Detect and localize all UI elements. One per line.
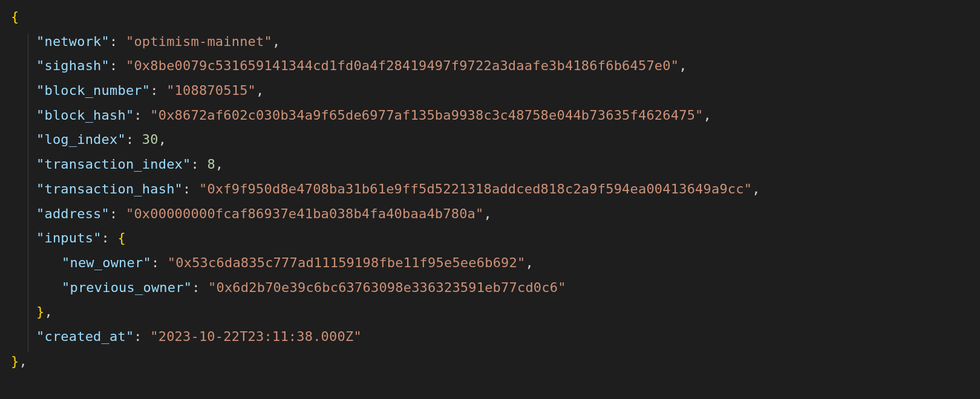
json-code-block: { "network": "optimism-mainnet", "sighas… (11, 5, 969, 374)
line-inputs-open: "inputs": { (11, 226, 969, 251)
key-block-hash: "block_hash" (36, 108, 134, 123)
val-log-index: 30 (142, 132, 158, 147)
val-sighash: "0x8be0079c531659141344cd1fd0a4f28419497… (126, 58, 679, 73)
indent-guide (28, 34, 28, 352)
line-open-brace: { (11, 5, 969, 30)
line-previous-owner: "previous_owner": "0x6d2b70e39c6bc637630… (11, 276, 969, 300)
open-brace: { (11, 9, 19, 24)
key-inputs: "inputs" (36, 230, 102, 245)
key-new-owner: "new_owner" (62, 255, 151, 270)
line-sighash: "sighash": "0x8be0079c531659141344cd1fd0… (11, 54, 969, 79)
val-previous-owner: "0x6d2b70e39c6bc63763098e336323591eb77cd… (208, 280, 566, 295)
line-block-number: "block_number": "108870515", (11, 79, 969, 103)
key-sighash: "sighash" (36, 58, 109, 73)
val-transaction-hash: "0xf9f950d8e4708ba31b61e9ff5d5221318addc… (199, 181, 752, 196)
inputs-close-brace: } (36, 304, 44, 319)
val-address: "0x00000000fcaf86937e41ba038b4fa40baa4b7… (126, 206, 484, 221)
line-created-at: "created_at": "2023-10-22T23:11:38.000Z" (11, 325, 969, 349)
line-transaction-index: "transaction_index": 8, (11, 152, 969, 177)
val-transaction-index: 8 (207, 157, 215, 172)
val-block-hash: "0x8672af602c030b34a9f65de6977af135ba993… (150, 108, 703, 123)
key-log-index: "log_index" (36, 132, 126, 147)
line-block-hash: "block_hash": "0x8672af602c030b34a9f65de… (11, 103, 969, 128)
key-transaction-hash: "transaction_hash" (36, 181, 183, 196)
val-created-at: "2023-10-22T23:11:38.000Z" (150, 329, 362, 344)
line-network: "network": "optimism-mainnet", (11, 30, 969, 54)
val-new-owner: "0x53c6da835c777ad11159198fbe11f95e5ee6b… (168, 255, 526, 270)
line-close-brace: }, (11, 349, 969, 374)
key-block-number: "block_number" (36, 83, 150, 98)
close-brace: } (11, 354, 19, 369)
line-address: "address": "0x00000000fcaf86937e41ba038b… (11, 202, 969, 227)
line-log-index: "log_index": 30, (11, 128, 969, 152)
line-inputs-close: }, (11, 300, 969, 325)
key-address: "address" (36, 206, 109, 221)
val-block-number: "108870515" (166, 83, 256, 98)
line-transaction-hash: "transaction_hash": "0xf9f950d8e4708ba31… (11, 177, 969, 202)
val-network: "optimism-mainnet" (126, 34, 272, 49)
line-new-owner: "new_owner": "0x53c6da835c777ad11159198f… (11, 251, 969, 276)
key-transaction-index: "transaction_index" (36, 157, 191, 172)
key-previous-owner: "previous_owner" (62, 280, 192, 295)
inputs-open-brace: { (117, 230, 125, 245)
key-created-at: "created_at" (36, 329, 134, 344)
key-network: "network" (36, 34, 109, 49)
